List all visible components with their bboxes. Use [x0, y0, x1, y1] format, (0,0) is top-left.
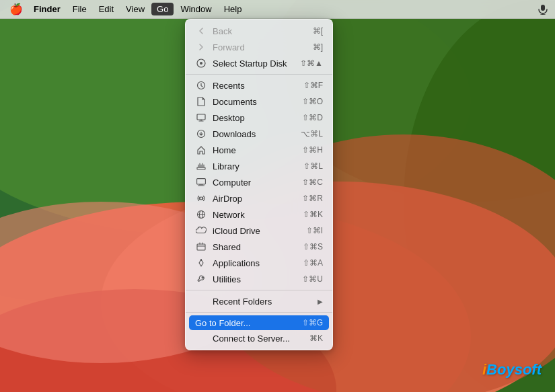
menu-item-goto-folder[interactable]: Go to Folder... ⇧⌘G [189, 315, 329, 330]
menu-item-airdrop[interactable]: AirDrop ⇧⌘R [186, 190, 332, 206]
view-menu[interactable]: View [120, 3, 150, 15]
apple-menu[interactable]: 🍎 [5, 1, 27, 17]
menu-item-network[interactable]: Network ⇧⌘K [186, 206, 332, 223]
finder-menu[interactable]: Finder [28, 3, 66, 15]
startup-disk-icon [195, 57, 207, 69]
svg-point-26 [200, 259, 202, 260]
documents-icon [195, 95, 207, 108]
menu-item-utilities[interactable]: Utilities ⇧⌘U [186, 271, 332, 287]
network-icon [195, 208, 207, 221]
menu-item-icloud[interactable]: iCloud Drive ⇧⌘I [186, 223, 332, 239]
downloads-icon [195, 128, 207, 140]
separator-3 [186, 312, 332, 313]
recent-folders-icon [195, 295, 207, 307]
menu-item-startup-disk[interactable]: Select Startup Disk ⇧⌘▲ [186, 55, 332, 71]
menu-item-recents[interactable]: Recents ⇧⌘F [186, 77, 332, 93]
edit-menu[interactable]: Edit [94, 3, 119, 15]
microphone-icon[interactable] [536, 3, 550, 16]
menu-item-shared[interactable]: Shared ⇧⌘S [186, 239, 332, 255]
icloud-icon [195, 225, 207, 237]
shared-icon [195, 241, 207, 253]
menubar-right [536, 3, 550, 16]
forward-icon [195, 41, 207, 53]
menubar: 🍎 Finder File Edit View Go Window Help [0, 0, 555, 19]
svg-point-21 [200, 197, 202, 200]
menu-item-home[interactable]: Home ⇧⌘H [186, 142, 332, 158]
applications-icon [195, 257, 207, 269]
home-icon [195, 144, 207, 156]
utilities-icon [195, 273, 207, 285]
svg-rect-19 [197, 179, 206, 184]
iboysoft-branding: iBoysoft [482, 361, 542, 379]
computer-icon [195, 176, 207, 188]
svg-rect-25 [197, 244, 205, 250]
menu-item-recent-folders[interactable]: Recent Folders ▶ [186, 293, 332, 309]
desktop-icon [195, 112, 207, 124]
menu-item-documents[interactable]: Documents ⇧⌘O [186, 93, 332, 110]
menu-item-forward[interactable]: Forward ⌘] [186, 39, 332, 55]
menu-item-applications[interactable]: Applications ⇧⌘A [186, 255, 332, 271]
go-menu[interactable]: Go [151, 3, 174, 15]
window-menu[interactable]: Window [175, 3, 217, 15]
menu-item-library[interactable]: Library ⇧⌘L [186, 158, 332, 174]
menu-item-computer[interactable]: Computer ⇧⌘C [186, 174, 332, 190]
file-menu[interactable]: File [67, 3, 92, 15]
menu-item-connect-server[interactable]: Connect to Server... ⌘K [186, 330, 332, 346]
svg-point-14 [200, 62, 202, 65]
svg-rect-20 [199, 184, 203, 186]
svg-rect-16 [197, 114, 205, 120]
recents-icon [195, 79, 207, 91]
separator-2 [186, 290, 332, 290]
back-icon [195, 25, 207, 37]
menu-item-desktop[interactable]: Desktop ⇧⌘D [186, 110, 332, 126]
go-dropdown-menu: Back ⌘[ Forward ⌘] Select Startup Disk ⇧… [185, 19, 333, 350]
connect-server-icon [195, 332, 207, 344]
menu-item-downloads[interactable]: Downloads ⌥⌘L [186, 126, 332, 142]
library-icon [195, 160, 207, 172]
help-menu[interactable]: Help [219, 3, 248, 15]
menu-item-back[interactable]: Back ⌘[ [186, 23, 332, 39]
iboysoft-text: Boysoft [486, 361, 542, 378]
airdrop-icon [195, 192, 207, 204]
svg-rect-10 [541, 5, 545, 11]
separator-1 [186, 74, 332, 75]
submenu-arrow-icon: ▶ [318, 298, 323, 305]
